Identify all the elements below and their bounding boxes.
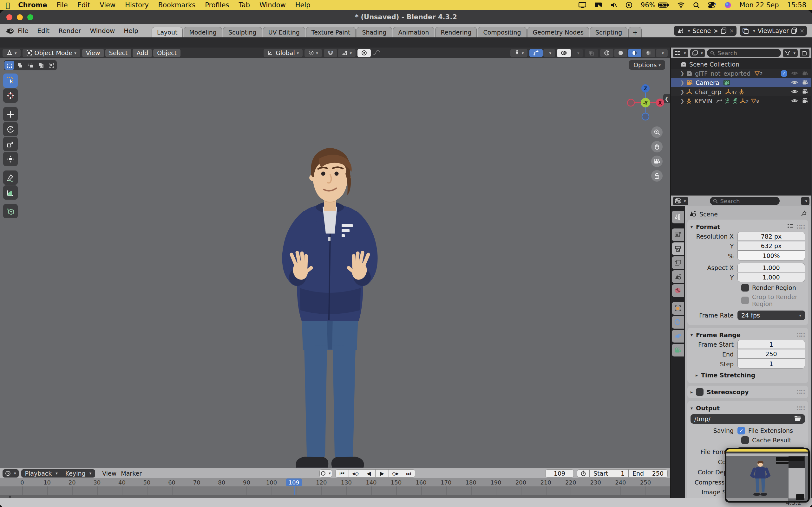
shading-material-button[interactable] <box>628 49 641 57</box>
aspect-y-field[interactable]: 1.000 <box>738 273 805 282</box>
menubar-menu-bookmarks[interactable]: Bookmarks <box>158 1 195 9</box>
properties-tab-scene[interactable] <box>672 270 684 283</box>
overlays-toggle[interactable] <box>557 49 571 57</box>
frame-start-prop-field[interactable]: 1 <box>738 340 805 349</box>
jump-to-end-button[interactable]: ⏭ <box>402 469 415 477</box>
workspace-tab-rendering[interactable]: Rendering <box>435 27 477 38</box>
frame-start-field[interactable]: Start1 <box>590 469 629 477</box>
exclude-checkbox[interactable]: ✓ <box>781 70 787 77</box>
current-frame-indicator[interactable]: 109 <box>286 478 302 486</box>
transform-tool[interactable] <box>3 152 18 166</box>
viewport-menu-object[interactable]: Object <box>153 49 181 57</box>
frame-step-field[interactable]: 1 <box>738 359 805 369</box>
workspace-tab-sculpting[interactable]: Sculpting <box>223 27 262 38</box>
pin-icon[interactable]: ➤ <box>713 27 718 34</box>
unlink-scene-icon[interactable]: ✕ <box>729 27 734 34</box>
drag-dots-icon[interactable]: ∷∷ <box>797 331 805 338</box>
menubar-menu-help[interactable]: Help <box>295 1 310 9</box>
options-button[interactable]: Options▾ <box>629 60 665 70</box>
play-status-icon[interactable] <box>625 2 632 9</box>
current-frame-field[interactable]: 109 <box>545 469 574 477</box>
expand-arrow-icon[interactable]: ❯ <box>678 79 686 86</box>
mode-selector[interactable]: Object Mode ▾ <box>22 49 80 57</box>
properties-tab-object-data[interactable] <box>672 344 684 356</box>
timeline-editor-type-button[interactable]: ▾ <box>3 469 19 477</box>
xray-toggle[interactable] <box>585 49 598 57</box>
gizmos-dropdown[interactable]: ▾ <box>543 49 555 57</box>
breadcrumb-label[interactable]: Scene <box>699 211 718 218</box>
crop-render-region-checkbox[interactable] <box>741 297 749 304</box>
open-folder-icon[interactable] <box>794 415 801 422</box>
pivot-point-button[interactable]: ▾ <box>305 49 322 57</box>
properties-tab-tool[interactable] <box>672 211 684 223</box>
new-scene-icon[interactable] <box>721 27 727 34</box>
timeline-ruler[interactable]: 0102030405060708090100120130140150160170… <box>0 478 670 486</box>
disable-in-renders-icon[interactable] <box>802 89 808 95</box>
workspace-tab-uv-editing[interactable]: UV Editing <box>263 27 305 38</box>
blender-logo[interactable] <box>5 27 14 35</box>
properties-options-dropdown[interactable]: ▾ <box>801 197 809 205</box>
play-button[interactable]: ▶ <box>375 469 389 477</box>
menubar-menu-file[interactable]: File <box>56 1 67 9</box>
viewport-menu-select[interactable]: Select <box>105 49 132 57</box>
properties-tab-constraints[interactable] <box>672 316 684 329</box>
outliner-row-gltf-not-exported[interactable]: ❯glTF_not_exported2✓ <box>671 69 811 78</box>
lock-view-icon[interactable] <box>651 170 663 181</box>
drag-dots-icon[interactable]: ∷∷ <box>797 405 805 412</box>
next-keyframe-button[interactable]: ◇▸ <box>389 469 402 477</box>
shading-dropdown[interactable]: ▾ <box>656 49 668 57</box>
properties-tab-physics[interactable] <box>672 330 684 343</box>
output-panel-header[interactable]: ▾Output ∷∷ <box>691 403 805 413</box>
pin-id-icon[interactable] <box>801 210 807 218</box>
menubar-menu-view[interactable]: View <box>100 1 115 9</box>
expand-arrow-icon[interactable]: ❯ <box>678 70 686 76</box>
add-workspace-button[interactable]: + <box>628 27 642 38</box>
select-mode-invert[interactable] <box>36 61 46 70</box>
time-stretching-header[interactable]: ▸Time Stretching <box>696 372 805 379</box>
new-collection-button[interactable] <box>800 49 809 57</box>
outliner-row-scene-collection[interactable]: Scene Collection <box>671 60 811 69</box>
topbar-menu-help[interactable]: Help <box>124 27 138 35</box>
control-center-icon[interactable] <box>708 2 716 8</box>
properties-tab-object[interactable] <box>672 302 684 315</box>
play-reverse-button[interactable]: ◀ <box>362 469 375 477</box>
gizmos-toggle[interactable] <box>529 49 543 57</box>
outliner-editor-type-button[interactable]: ▾ <box>673 49 688 57</box>
menubar-app-name[interactable]: Chrome <box>18 1 47 9</box>
resolution-y-field[interactable]: 632 px <box>738 241 805 250</box>
outliner-row-kevin[interactable]: ❯KEVIN28 <box>671 96 811 106</box>
timeline-scrollbar[interactable] <box>0 495 670 498</box>
outliner-search-input[interactable]: Search <box>707 49 781 57</box>
render-region-checkbox[interactable] <box>741 284 749 291</box>
editor-type-button[interactable]: ▾ <box>3 49 20 57</box>
annotate-tool[interactable] <box>3 170 18 185</box>
outliner-filter-button[interactable]: ▾ <box>783 49 798 57</box>
zoom-control-icon[interactable] <box>651 126 663 138</box>
properties-search-input[interactable]: Search <box>710 197 780 205</box>
playhead[interactable] <box>294 487 295 495</box>
viewlayer-selector[interactable]: ▾ ViewLayer ✕ <box>740 26 807 36</box>
drag-dots-icon[interactable]: ∷∷ <box>797 223 805 230</box>
disable-in-renders-icon[interactable] <box>802 79 808 86</box>
remove-viewlayer-icon[interactable]: ✕ <box>800 27 804 34</box>
properties-tab-world[interactable] <box>672 284 684 297</box>
camera-view-icon[interactable] <box>651 156 663 167</box>
timeline-menu-playback[interactable]: Playback▾ <box>21 470 61 477</box>
outliner-row-char-grp[interactable]: ❯char_grp47 <box>671 87 811 96</box>
measure-tool[interactable] <box>3 185 18 200</box>
hide-in-viewport-icon[interactable] <box>791 89 798 95</box>
new-viewlayer-icon[interactable] <box>792 27 797 34</box>
select-mode-subtract[interactable] <box>26 61 35 70</box>
expand-arrow-icon[interactable]: ❯ <box>678 89 686 95</box>
falloff-curve-icon[interactable] <box>373 50 380 56</box>
stereoscopy-panel-header[interactable]: ▸ Stereoscopy ∷∷ <box>687 386 808 398</box>
add-cube-tool[interactable] <box>3 204 18 218</box>
pan-hand-icon[interactable] <box>651 141 663 153</box>
overlays-dropdown[interactable]: ▾ <box>571 49 583 57</box>
disable-in-renders-icon[interactable] <box>802 70 808 77</box>
siri-icon[interactable] <box>724 2 731 9</box>
frame-end-field[interactable]: End250 <box>629 469 668 477</box>
properties-tab-render[interactable] <box>672 228 684 241</box>
timeline-menu-marker[interactable]: Marker <box>121 470 142 477</box>
workspace-tab-geometry-nodes[interactable]: Geometry Nodes <box>527 27 589 38</box>
